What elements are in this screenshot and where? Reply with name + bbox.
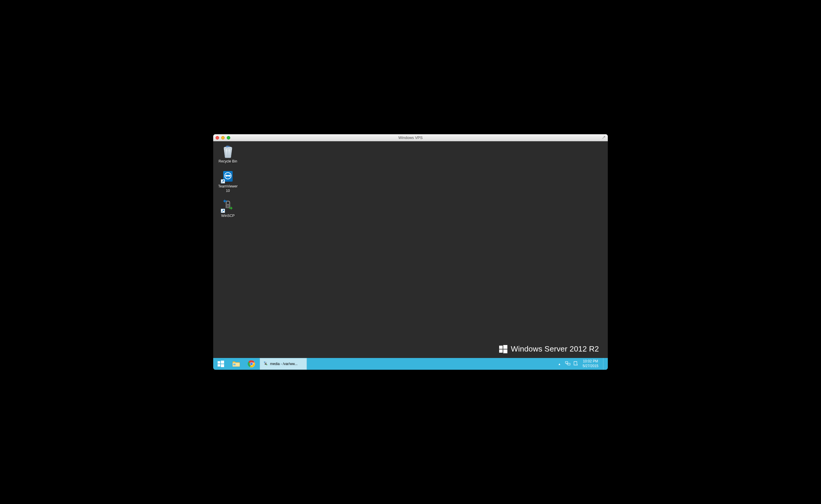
icon-label: TeamViewer 10	[218, 184, 238, 193]
task-label: media - /var/ww...	[270, 362, 297, 366]
show-desktop-button[interactable]	[603, 358, 605, 370]
winscp-task-icon	[263, 361, 268, 367]
windows-desktop[interactable]: Recycle Bin	[213, 141, 608, 370]
taskbar-tray: ▲ 10:02 PM 5/27/2015	[557, 358, 608, 370]
svg-rect-14	[503, 349, 507, 353]
svg-rect-9	[228, 206, 228, 207]
desktop-icons-area: Recycle Bin	[216, 144, 240, 218]
svg-rect-13	[499, 349, 503, 353]
svg-rect-16	[221, 361, 224, 364]
chrome-button[interactable]	[244, 358, 259, 370]
winscp-icon	[221, 199, 235, 213]
svg-rect-23	[265, 363, 267, 365]
close-button[interactable]	[216, 136, 219, 140]
taskbar-pinned-area	[213, 358, 259, 370]
window-title: Windows VPS	[398, 135, 423, 140]
svg-rect-24	[565, 362, 568, 363]
svg-rect-5	[226, 175, 229, 176]
svg-rect-12	[503, 345, 507, 349]
clock-time: 10:02 PM	[583, 359, 598, 364]
svg-rect-19	[233, 364, 236, 365]
watermark-text: Windows Server 2012 R2	[511, 344, 599, 354]
taskbar: media - /var/ww... ▲ 10:02	[213, 358, 608, 370]
desktop-watermark: Windows Server 2012 R2	[499, 344, 599, 354]
clock-date: 5/27/2015	[583, 364, 598, 369]
windows-logo-icon	[499, 345, 507, 353]
chrome-icon	[248, 360, 255, 368]
svg-rect-25	[568, 363, 570, 365]
file-explorer-icon	[232, 360, 240, 367]
tray-overflow-button[interactable]: ▲	[557, 362, 562, 366]
desktop-icon-recycle-bin[interactable]: Recycle Bin	[216, 144, 240, 163]
icon-label: Recycle Bin	[219, 159, 237, 163]
svg-rect-18	[221, 364, 224, 367]
svg-rect-17	[218, 364, 220, 367]
svg-point-1	[226, 146, 228, 147]
file-explorer-button[interactable]	[229, 358, 244, 370]
icon-label: WinSCP	[221, 214, 234, 218]
teamviewer-icon	[221, 169, 235, 183]
minimize-button[interactable]	[221, 136, 225, 140]
windows-start-icon	[217, 360, 224, 367]
mac-window: Windows VPS	[213, 134, 608, 370]
svg-rect-11	[499, 346, 503, 349]
desktop-icon-teamviewer[interactable]: TeamViewer 10	[216, 169, 240, 193]
desktop-icon-winscp[interactable]: WinSCP	[216, 199, 240, 218]
shortcut-arrow-icon	[221, 209, 225, 213]
svg-rect-15	[218, 361, 220, 364]
start-button[interactable]	[213, 358, 229, 370]
shortcut-arrow-icon	[221, 179, 225, 183]
taskbar-item-winscp[interactable]: media - /var/ww...	[260, 358, 307, 370]
traffic-lights	[216, 136, 230, 140]
recycle-bin-icon	[221, 144, 235, 158]
network-tray-icon[interactable]	[565, 361, 570, 367]
svg-point-22	[250, 363, 253, 365]
mac-titlebar[interactable]: Windows VPS	[213, 134, 608, 141]
taskbar-clock[interactable]: 10:02 PM 5/27/2015	[581, 359, 600, 368]
action-center-tray-icon[interactable]	[573, 361, 578, 367]
maximize-button[interactable]	[227, 136, 230, 140]
expand-icon[interactable]	[602, 135, 605, 140]
